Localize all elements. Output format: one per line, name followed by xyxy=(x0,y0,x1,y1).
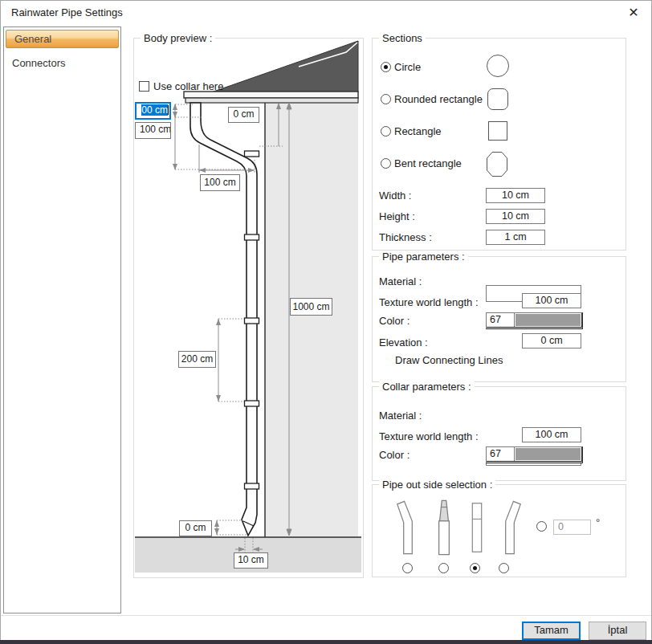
footer-divider xyxy=(1,615,651,616)
sidebar-item-connectors[interactable]: Connectors xyxy=(4,55,120,71)
pipe-color-swatch xyxy=(515,314,581,326)
sections-label: Sections xyxy=(379,32,426,44)
radio-rectangle-label: Rectangle xyxy=(394,125,442,137)
radio-outlet-bend-right[interactable] xyxy=(499,563,509,573)
collar-color-label: Color : xyxy=(379,449,410,461)
pipe-material-label: Material : xyxy=(379,275,422,287)
radio-outlet-angle[interactable] xyxy=(536,521,547,532)
radio-bent-rectangle[interactable] xyxy=(381,158,391,169)
sidebar-item-general[interactable]: General xyxy=(6,30,119,48)
radio-circle-label: Circle xyxy=(394,61,421,73)
sidebar: General Connectors xyxy=(3,26,121,613)
dimension-box-top-gap[interactable]: 0 cm xyxy=(228,107,259,123)
height-label: Height : xyxy=(379,210,415,222)
pipe-color-picker[interactable]: 67 xyxy=(486,312,583,329)
pipe-parameters-label: Pipe parameters : xyxy=(379,251,468,263)
thickness-label: Thickness : xyxy=(379,231,432,243)
radio-rounded-rectangle-label: Rounded rectangle xyxy=(394,93,483,105)
collar-texture-length-label: Texture world length : xyxy=(379,430,479,442)
dimension-box-bottom-offset[interactable]: 10 cm xyxy=(234,552,268,569)
close-icon[interactable]: ✕ xyxy=(625,5,642,22)
dimension-edit-field[interactable]: 00 cm xyxy=(135,102,171,120)
cancel-button[interactable]: İptal xyxy=(589,622,646,640)
dimension-box-wall-height[interactable]: 1000 cm xyxy=(290,298,332,316)
outlet-bend-right-icon xyxy=(498,497,522,558)
pipe-elevation-label: Elevation : xyxy=(379,336,428,348)
radio-bent-rectangle-label: Bent rectangle xyxy=(394,157,462,169)
outlet-angle-input[interactable]: 0 xyxy=(553,520,591,535)
use-collar-label: Use collar here xyxy=(153,80,223,92)
pipe-out-side-label: Pipe out side selection : xyxy=(379,479,495,491)
collar-color-picker[interactable]: 67 xyxy=(486,446,583,463)
height-input[interactable]: 10 cm xyxy=(486,209,545,224)
draw-connecting-lines-label: Draw Connecting Lines xyxy=(395,354,503,366)
pipe-elevation-input[interactable]: 0 cm xyxy=(522,333,581,348)
collar-color-index: 67 xyxy=(487,447,515,461)
collar-texture-length-input[interactable]: 100 cm xyxy=(522,427,581,442)
degree-symbol: ° xyxy=(596,516,600,528)
collar-material-label: Material : xyxy=(379,410,422,422)
outlet-bend-left-icon xyxy=(396,497,420,558)
outlet-cone-top-icon xyxy=(436,497,452,558)
radio-circle[interactable] xyxy=(381,62,391,72)
thickness-input[interactable]: 1 cm xyxy=(486,230,545,245)
dimension-box-horizontal[interactable]: 100 cm xyxy=(200,174,240,191)
collar-parameters-label: Collar parameters : xyxy=(379,381,475,393)
dimension-box-left-lower[interactable]: 100 cm xyxy=(135,122,171,139)
dimension-box-segment[interactable]: 200 cm xyxy=(178,351,216,368)
radio-outlet-straight[interactable] xyxy=(470,563,480,573)
pipe-color-label: Color : xyxy=(379,315,410,327)
pipe-texture-length-label: Texture world length : xyxy=(379,296,479,308)
background-app-edge xyxy=(0,640,652,644)
collar-color-swatch xyxy=(515,448,581,460)
bent-rectangle-shape-icon xyxy=(487,152,507,177)
use-collar-checkbox[interactable] xyxy=(139,81,149,92)
rectangle-shape-icon xyxy=(488,121,507,141)
width-label: Width : xyxy=(379,190,411,202)
ok-button[interactable]: Tamam xyxy=(522,622,581,640)
radio-rounded-rectangle[interactable] xyxy=(381,94,391,104)
rounded-rectangle-shape-icon xyxy=(487,88,508,110)
outlet-straight-icon xyxy=(470,497,484,558)
radio-outlet-bend-left[interactable] xyxy=(402,563,413,573)
window-title: Rainwater Pipe Settings xyxy=(11,6,123,18)
circle-shape-icon xyxy=(487,55,509,77)
radio-rectangle[interactable] xyxy=(381,126,391,137)
dimension-box-bottom-elbow[interactable]: 0 cm xyxy=(179,520,212,536)
pipe-texture-length-input[interactable]: 100 cm xyxy=(522,293,581,308)
pipe-color-index: 67 xyxy=(487,313,515,327)
width-input[interactable]: 10 cm xyxy=(486,188,545,203)
radio-outlet-cone-top[interactable] xyxy=(438,563,449,573)
